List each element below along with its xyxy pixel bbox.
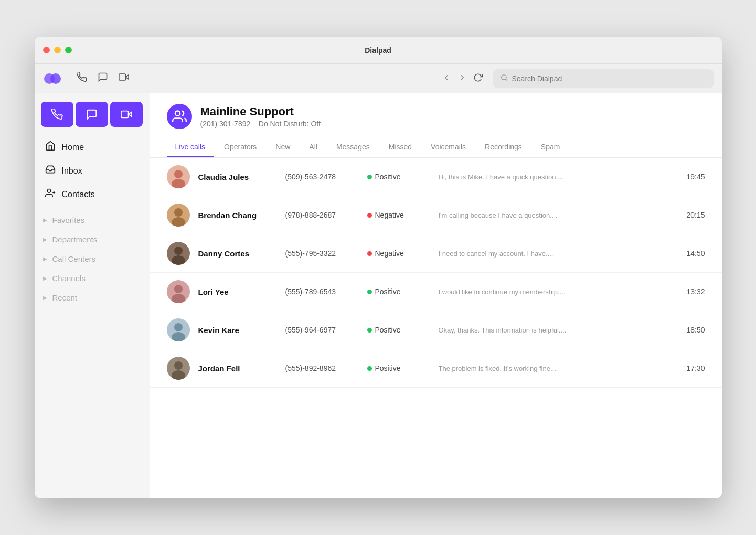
call-phone: (555)-892-8962 bbox=[285, 364, 359, 372]
call-avatar bbox=[167, 165, 190, 188]
tab-new[interactable]: New bbox=[267, 137, 299, 157]
svg-point-25 bbox=[174, 323, 183, 331]
call-time: 13:32 bbox=[686, 287, 705, 296]
tab-operators[interactable]: Operators bbox=[216, 137, 265, 157]
svg-rect-3 bbox=[119, 74, 125, 80]
sidebar-item-recent[interactable]: ▶ Recent bbox=[35, 288, 150, 307]
call-avatar bbox=[167, 357, 190, 380]
svg-point-19 bbox=[174, 247, 183, 255]
call-avatar bbox=[167, 318, 190, 341]
call-name: Jordan Fell bbox=[198, 364, 277, 373]
app-logo[interactable] bbox=[43, 69, 62, 88]
sidebar-item-contacts[interactable]: Contacts bbox=[35, 183, 150, 206]
svg-marker-6 bbox=[129, 112, 132, 116]
sentiment-label: Positive bbox=[375, 326, 401, 334]
sentiment-dot bbox=[367, 213, 372, 218]
sidebar-item-call-centers[interactable]: ▶ Call Centers bbox=[35, 249, 150, 269]
tab-voicemails[interactable]: Voicemails bbox=[422, 137, 474, 157]
home-icon bbox=[45, 141, 56, 154]
content-header: Mainline Support (201) 301-7892 Do Not D… bbox=[150, 93, 722, 158]
call-phone: (555)-789-6543 bbox=[285, 287, 359, 296]
sidebar-item-label-inbox: Inbox bbox=[62, 166, 82, 176]
tab-all[interactable]: All bbox=[301, 137, 326, 157]
close-button[interactable] bbox=[43, 47, 50, 54]
sidebar: Home Inbox bbox=[35, 93, 150, 498]
call-name: Claudia Jules bbox=[198, 173, 277, 181]
traffic-lights bbox=[43, 47, 72, 54]
call-preview: Okay, thanks. This information is helpfu… bbox=[439, 326, 670, 334]
call-time: 20:15 bbox=[686, 211, 705, 219]
refresh-button[interactable] bbox=[473, 73, 483, 84]
header-info: Mainline Support (201) 301-7892 Do Not D… bbox=[200, 105, 321, 128]
sidebar-item-home[interactable]: Home bbox=[35, 135, 150, 159]
call-action-button[interactable] bbox=[41, 102, 73, 127]
phone-nav-icon[interactable] bbox=[77, 72, 87, 85]
svg-marker-2 bbox=[125, 75, 129, 79]
svg-point-1 bbox=[50, 73, 61, 84]
search-bar[interactable] bbox=[493, 69, 714, 88]
svg-point-16 bbox=[174, 208, 183, 217]
favorites-label: Favorites bbox=[52, 216, 85, 224]
tab-bar: Live callsOperatorsNewAllMessagesMissedV… bbox=[167, 137, 705, 157]
chevron-right-icon: ▶ bbox=[43, 237, 47, 242]
call-time: 17:30 bbox=[686, 364, 705, 372]
back-button[interactable] bbox=[442, 73, 451, 84]
chat-nav-icon[interactable] bbox=[98, 72, 108, 85]
main-area: Home Inbox bbox=[35, 93, 722, 498]
svg-line-5 bbox=[505, 79, 507, 81]
call-name: Lori Yee bbox=[198, 287, 277, 296]
mainline-name: Mainline Support bbox=[200, 105, 321, 119]
sidebar-item-departments[interactable]: ▶ Departments bbox=[35, 230, 150, 249]
sidebar-item-favorites[interactable]: ▶ Favorites bbox=[35, 210, 150, 230]
call-list: Claudia Jules (509)-563-2478 Positive Hi… bbox=[150, 158, 722, 498]
call-row[interactable]: Kevin Kare (555)-964-6977 Positive Okay,… bbox=[150, 311, 722, 349]
call-time: 19:45 bbox=[686, 173, 705, 181]
call-avatar bbox=[167, 280, 190, 303]
call-sentiment: Positive bbox=[367, 326, 430, 334]
call-centers-label: Call Centers bbox=[52, 254, 96, 263]
mainline-details: (201) 301-7892 Do Not Disturb: Off bbox=[200, 120, 321, 128]
call-row[interactable]: Danny Cortes (555)-795-3322 Negative I n… bbox=[150, 234, 722, 273]
call-phone: (555)-795-3322 bbox=[285, 249, 359, 258]
call-phone: (555)-964-6977 bbox=[285, 326, 359, 334]
message-action-button[interactable] bbox=[76, 102, 108, 127]
call-sentiment: Negative bbox=[367, 249, 430, 258]
call-avatar bbox=[167, 204, 190, 227]
search-input[interactable] bbox=[512, 74, 706, 83]
call-name: Kevin Kare bbox=[198, 326, 277, 335]
call-preview: Hi, this is Mike. I have a quick questio… bbox=[439, 173, 670, 181]
chevron-right-icon: ▶ bbox=[43, 275, 47, 281]
call-row[interactable]: Jordan Fell (555)-892-8962 Positive The … bbox=[150, 349, 722, 388]
call-preview: I need to cancel my account. I have.... bbox=[439, 250, 670, 258]
svg-rect-7 bbox=[121, 111, 129, 118]
call-row[interactable]: Claudia Jules (509)-563-2478 Positive Hi… bbox=[150, 158, 722, 196]
tab-messages[interactable]: Messages bbox=[328, 137, 378, 157]
sidebar-item-channels[interactable]: ▶ Channels bbox=[35, 269, 150, 288]
call-sentiment: Positive bbox=[367, 287, 430, 296]
svg-point-13 bbox=[174, 170, 183, 178]
mainline-avatar bbox=[167, 104, 192, 129]
video-action-button[interactable] bbox=[110, 102, 143, 127]
sidebar-sections: ▶ Favorites ▶ Departments ▶ Call Centers… bbox=[35, 210, 150, 307]
forward-button[interactable] bbox=[457, 73, 467, 84]
sidebar-item-label-contacts: Contacts bbox=[62, 190, 95, 199]
sentiment-dot bbox=[367, 251, 372, 256]
maximize-button[interactable] bbox=[65, 47, 72, 54]
svg-point-11 bbox=[175, 111, 179, 116]
window-title: Dialpad bbox=[365, 46, 391, 55]
minimize-button[interactable] bbox=[54, 47, 61, 54]
call-row[interactable]: Brendan Chang (978)-888-2687 Negative I'… bbox=[150, 196, 722, 234]
sentiment-label: Positive bbox=[375, 364, 401, 372]
svg-point-4 bbox=[501, 75, 506, 80]
tab-recordings[interactable]: Recordings bbox=[476, 137, 530, 157]
tab-missed[interactable]: Missed bbox=[380, 137, 420, 157]
sidebar-item-inbox[interactable]: Inbox bbox=[35, 159, 150, 183]
video-nav-icon[interactable] bbox=[119, 72, 129, 85]
call-sentiment: Positive bbox=[367, 364, 430, 372]
call-row[interactable]: Lori Yee (555)-789-6543 Positive I would… bbox=[150, 273, 722, 311]
tab-live-calls[interactable]: Live calls bbox=[167, 137, 214, 157]
header-top: Mainline Support (201) 301-7892 Do Not D… bbox=[167, 104, 705, 129]
sentiment-label: Negative bbox=[375, 211, 404, 219]
tab-spam[interactable]: Spam bbox=[533, 137, 569, 157]
nav-history bbox=[442, 73, 483, 84]
